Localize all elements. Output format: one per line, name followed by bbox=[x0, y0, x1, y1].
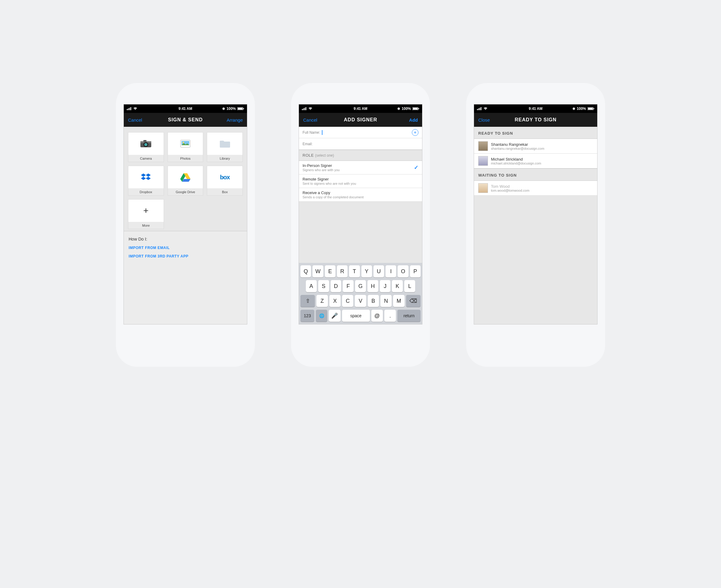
fullname-input-row[interactable]: Full Name: + bbox=[299, 127, 422, 138]
key-space[interactable]: space bbox=[342, 310, 370, 322]
key-return[interactable]: return bbox=[397, 310, 420, 322]
key-m[interactable]: M bbox=[393, 295, 404, 307]
signer-name: Tom Wood bbox=[491, 184, 529, 189]
svg-rect-25 bbox=[481, 107, 481, 110]
key-u[interactable]: U bbox=[373, 265, 384, 277]
checkmark-icon: ✓ bbox=[414, 164, 418, 171]
camera-icon bbox=[140, 140, 152, 148]
key-d[interactable]: D bbox=[331, 280, 342, 292]
key-v[interactable]: V bbox=[355, 295, 366, 307]
wifi-icon bbox=[133, 107, 137, 110]
tile-box[interactable]: box Box bbox=[207, 166, 243, 195]
tile-dropbox[interactable]: Dropbox bbox=[128, 166, 164, 195]
import-from-3rd-party-link[interactable]: IMPORT FROM 3RD PARTY APP bbox=[129, 254, 242, 258]
waiting-section-header: WAITING TO SIGN bbox=[474, 168, 597, 181]
key-k[interactable]: K bbox=[392, 280, 403, 292]
key-o[interactable]: O bbox=[398, 265, 408, 277]
key-mic[interactable]: 🎤 bbox=[329, 310, 340, 322]
key-w[interactable]: W bbox=[312, 265, 323, 277]
key-123[interactable]: 123 bbox=[301, 310, 314, 322]
key-z[interactable]: Z bbox=[316, 295, 328, 307]
fullname-label: Full Name: bbox=[303, 130, 320, 134]
shift-icon: ⇧ bbox=[306, 298, 310, 304]
svg-rect-21 bbox=[418, 108, 419, 109]
key-b[interactable]: B bbox=[368, 295, 379, 307]
key-i[interactable]: I bbox=[386, 265, 396, 277]
status-time: 9:41 AM bbox=[354, 107, 367, 111]
phone-sign-send: 9:41 AM ✱ 100% Cancel SIGN & SEND Arrang… bbox=[116, 83, 255, 367]
key-at[interactable]: @ bbox=[371, 310, 383, 322]
email-input-row[interactable]: Email: bbox=[299, 138, 422, 150]
key-r[interactable]: R bbox=[337, 265, 348, 277]
avatar bbox=[478, 183, 488, 193]
key-q[interactable]: Q bbox=[301, 265, 311, 277]
key-backspace[interactable]: ⌫ bbox=[406, 295, 420, 307]
import-from-email-link[interactable]: IMPORT FROM EMAIL bbox=[129, 246, 242, 250]
signer-name: Michael Strickland bbox=[491, 157, 541, 162]
add-contact-button[interactable]: + bbox=[412, 129, 418, 136]
key-a[interactable]: A bbox=[306, 280, 317, 292]
tile-photos[interactable]: Photos bbox=[168, 132, 204, 162]
bluetooth-icon: ✱ bbox=[222, 107, 225, 111]
key-l[interactable]: L bbox=[404, 280, 415, 292]
tile-label: More bbox=[142, 224, 150, 227]
key-dot[interactable]: . bbox=[384, 310, 396, 322]
svg-rect-5 bbox=[238, 108, 243, 110]
screen-sign-send: 9:41 AM ✱ 100% Cancel SIGN & SEND Arrang… bbox=[123, 104, 247, 324]
role-desc: Sent to signers who are not with you bbox=[303, 182, 418, 185]
svg-rect-2 bbox=[129, 108, 130, 110]
tile-more[interactable]: + More bbox=[128, 199, 164, 229]
status-time: 9:41 AM bbox=[179, 107, 192, 111]
battery-icon bbox=[588, 107, 594, 110]
tile-library[interactable]: Library bbox=[207, 132, 243, 162]
key-g[interactable]: G bbox=[355, 280, 366, 292]
key-y[interactable]: Y bbox=[362, 265, 372, 277]
signer-row-waiting[interactable]: Tom Wood tom.wood@tomwood.com bbox=[474, 181, 597, 195]
key-x[interactable]: X bbox=[329, 295, 341, 307]
key-n[interactable]: N bbox=[380, 295, 392, 307]
dropbox-icon bbox=[140, 173, 151, 182]
tile-google-drive[interactable]: Google Drive bbox=[168, 166, 204, 195]
signer-row[interactable]: Michael Strickland michael.strickland@do… bbox=[474, 154, 597, 168]
photos-icon bbox=[180, 140, 191, 148]
svg-point-14 bbox=[182, 142, 184, 143]
role-desc: Sends a copy of the completed document bbox=[303, 195, 418, 199]
svg-rect-3 bbox=[130, 107, 131, 110]
arrange-button[interactable]: Arrange bbox=[227, 118, 243, 123]
keyboard: Q W E R T Y U I O P A S D F G H bbox=[299, 263, 422, 324]
add-button[interactable]: Add bbox=[409, 118, 418, 123]
wifi-icon bbox=[483, 107, 488, 110]
key-j[interactable]: J bbox=[380, 280, 391, 292]
role-in-person[interactable]: In-Person Signer Signers who are with yo… bbox=[299, 161, 422, 174]
close-button[interactable]: Close bbox=[478, 118, 490, 123]
empty-area bbox=[474, 195, 597, 324]
svg-rect-15 bbox=[302, 109, 303, 110]
key-t[interactable]: T bbox=[349, 265, 359, 277]
key-s[interactable]: S bbox=[318, 280, 329, 292]
svg-rect-24 bbox=[479, 108, 480, 110]
tile-camera[interactable]: Camera bbox=[128, 132, 164, 162]
screen-ready-to-sign: 9:41 AM ✱ 100% Close READY TO SIGN READY… bbox=[474, 104, 598, 324]
role-section-header: ROLE (select one) bbox=[299, 150, 422, 161]
role-receive-copy[interactable]: Receive a Copy Sends a copy of the compl… bbox=[299, 188, 422, 202]
key-globe[interactable]: 🌐 bbox=[316, 310, 327, 322]
key-shift[interactable]: ⇧ bbox=[301, 295, 315, 307]
role-remote[interactable]: Remote Signer Sent to signers who are no… bbox=[299, 174, 422, 188]
tile-label: Box bbox=[222, 190, 228, 194]
signal-icon bbox=[127, 107, 132, 110]
svg-rect-1 bbox=[128, 108, 129, 110]
nav-bar: Close READY TO SIGN bbox=[474, 113, 597, 127]
key-f[interactable]: F bbox=[343, 280, 354, 292]
cancel-button[interactable]: Cancel bbox=[128, 118, 142, 123]
key-c[interactable]: C bbox=[342, 295, 353, 307]
nav-bar: Cancel ADD SIGNER Add bbox=[299, 113, 422, 127]
role-title: Receive a Copy bbox=[303, 190, 418, 195]
wifi-icon bbox=[308, 107, 312, 110]
key-h[interactable]: H bbox=[367, 280, 378, 292]
cancel-button[interactable]: Cancel bbox=[303, 118, 317, 123]
phone-ready-to-sign: 9:41 AM ✱ 100% Close READY TO SIGN READY… bbox=[466, 83, 605, 367]
key-e[interactable]: E bbox=[325, 265, 335, 277]
battery-icon bbox=[237, 107, 244, 110]
signer-row[interactable]: Shantanu Rangnekar shantanu.rangnekar@do… bbox=[474, 139, 597, 154]
key-p[interactable]: P bbox=[410, 265, 420, 277]
